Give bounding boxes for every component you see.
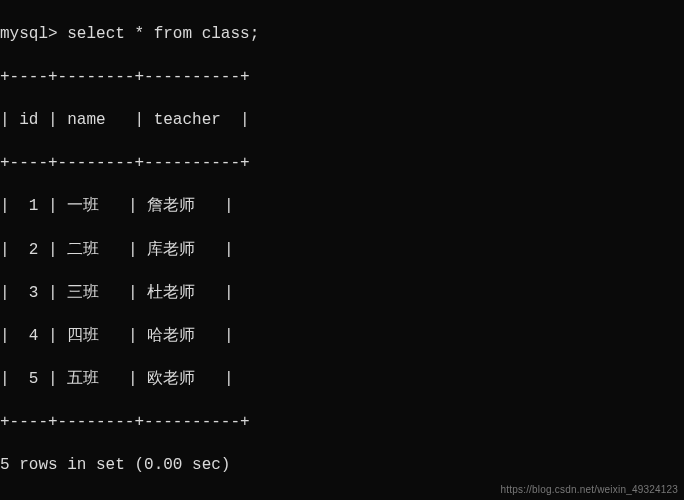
col-id: id xyxy=(19,111,38,129)
cell-name: 四班 xyxy=(67,327,99,345)
table-border: +----+--------+----------+ xyxy=(0,153,684,175)
prompt: mysql> xyxy=(0,25,58,43)
table-row: | 2 | 二班 | 库老师 | xyxy=(0,240,684,262)
table-row: | 5 | 五班 | 欧老师 | xyxy=(0,369,684,391)
result-summary: 5 rows in set (0.00 sec) xyxy=(0,455,684,477)
cell-teacher: 詹老师 xyxy=(147,197,195,215)
table-border: +----+--------+----------+ xyxy=(0,412,684,434)
cell-name: 五班 xyxy=(67,370,99,388)
cell-id: 1 xyxy=(29,197,39,215)
cell-name: 一班 xyxy=(67,197,99,215)
col-teacher: teacher xyxy=(154,111,221,129)
cell-id: 2 xyxy=(29,241,39,259)
watermark-text: https://blog.csdn.net/weixin_49324123 xyxy=(500,483,678,497)
cell-teacher: 杜老师 xyxy=(147,284,195,302)
cell-id: 3 xyxy=(29,284,39,302)
cell-teacher: 库老师 xyxy=(147,241,195,259)
table-row: | 4 | 四班 | 哈老师 | xyxy=(0,326,684,348)
table-row: | 3 | 三班 | 杜老师 | xyxy=(0,283,684,305)
table-header-row: | id | name | teacher | xyxy=(0,110,684,132)
cell-teacher: 欧老师 xyxy=(147,370,195,388)
table-row: | 1 | 一班 | 詹老师 | xyxy=(0,196,684,218)
cell-teacher: 哈老师 xyxy=(147,327,195,345)
query-select-1: select * from class; xyxy=(67,25,259,43)
mysql-terminal[interactable]: mysql> select * from class; +----+------… xyxy=(0,0,684,500)
prompt-line-1: mysql> select * from class; xyxy=(0,24,684,46)
col-name: name xyxy=(67,111,105,129)
cell-id: 5 xyxy=(29,370,39,388)
cell-id: 4 xyxy=(29,327,39,345)
table-border: +----+--------+----------+ xyxy=(0,67,684,89)
cell-name: 二班 xyxy=(67,241,99,259)
cell-name: 三班 xyxy=(67,284,99,302)
